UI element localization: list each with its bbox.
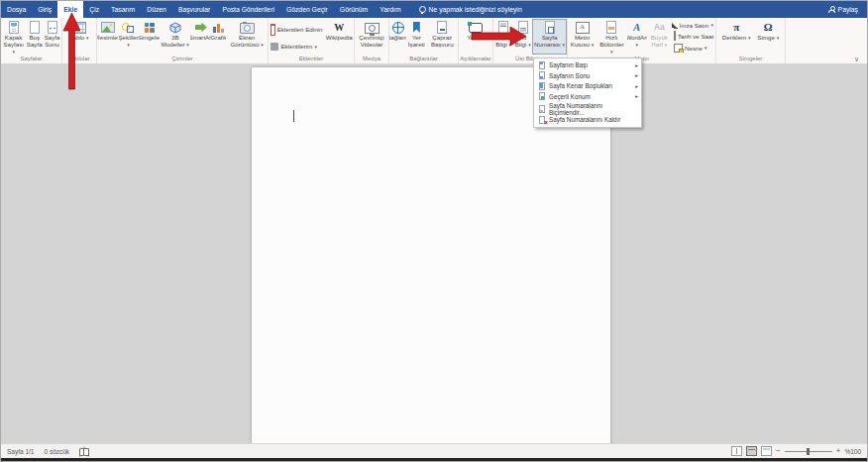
wordart-button[interactable]: A WordArt ▾	[627, 19, 647, 55]
tab-gorunum[interactable]: Görünüm	[334, 1, 374, 18]
group-sayfalar: Kapak Sayfası ▾ Boş Sayfa Sayfa Sonu Say…	[1, 18, 62, 63]
table-icon	[71, 20, 86, 35]
dropdown-caret-icon: ▾	[610, 49, 613, 55]
page-number-button[interactable]: Sayfa Numarası ▾	[532, 19, 567, 55]
group-medya: Çevrimiçi Videolar Medya	[355, 18, 389, 63]
print-layout-view-button[interactable]	[746, 446, 757, 456]
page-indicator[interactable]: Sayfa 1/1	[7, 448, 34, 455]
puzzle-icon	[271, 43, 278, 51]
menu-item-top-of-page[interactable]: Sayfanın Başı ▸	[535, 60, 640, 71]
collapse-ribbon-chevron-icon[interactable]: ∨	[854, 56, 859, 62]
tab-gozden-gecir[interactable]: Gözden Geçir	[280, 1, 334, 18]
page-break-button[interactable]: Sayfa Sonu	[43, 19, 61, 55]
page-break-icon	[48, 20, 57, 35]
comment-icon	[469, 20, 483, 35]
shapes-icon	[122, 20, 135, 35]
remove-page-numbers-icon: ×	[537, 116, 546, 124]
blank-page-button[interactable]: Boş Sayfa	[26, 19, 43, 55]
link-button[interactable]: Bağlantı	[389, 19, 406, 55]
bookmark-button[interactable]: Yer İşareti	[406, 19, 426, 55]
dropdown-caret-icon: ▾	[528, 42, 531, 48]
menu-item-page-margins[interactable]: Sayfa Kenar Boşlukları ▸	[535, 81, 640, 92]
get-addins-button[interactable]: Eklentileri Edinin	[269, 23, 324, 36]
group-label-cizimler: Çizimler	[97, 55, 268, 63]
symbol-button[interactable]: Ω Simge ▾	[756, 19, 780, 55]
blank-page-icon	[30, 20, 40, 35]
lightbulb-icon	[419, 6, 426, 13]
dropdown-caret-icon: ▾	[12, 49, 15, 55]
dropdown-caret-icon: ▾	[748, 35, 751, 41]
submenu-arrow-icon: ▸	[635, 83, 638, 89]
web-layout-view-button[interactable]	[761, 446, 772, 456]
current-position-icon	[537, 92, 546, 100]
icons-button[interactable]: Simgeler	[139, 19, 160, 55]
word-count[interactable]: 0 sözcük	[44, 448, 69, 455]
date-time-button[interactable]: Tarih ve Saat	[672, 31, 715, 41]
text-box-button[interactable]: A Metin Kutusu ▾	[568, 19, 597, 55]
3d-models-icon	[169, 20, 181, 35]
shapes-button[interactable]: Şekiller ▾	[118, 19, 139, 55]
quick-parts-icon	[606, 20, 616, 35]
signature-line-button[interactable]: İmza Satırı ▾	[672, 21, 715, 29]
menu-item-current-position[interactable]: Geçerli Konum ▸	[535, 91, 640, 102]
proofing-book-icon[interactable]	[79, 448, 89, 454]
drop-cap-icon: Aa	[654, 20, 665, 35]
tab-tasarim[interactable]: Tasarım	[105, 1, 141, 18]
group-label-aciklamalar: Açıklamalar	[459, 55, 492, 63]
share-button[interactable]: Paylaş	[828, 1, 867, 18]
table-button[interactable]: Tablo ▾	[68, 19, 89, 55]
header-button[interactable]: Üst Bilgi ▾	[493, 19, 513, 55]
online-video-button[interactable]: Çevrimiçi Videolar	[355, 19, 388, 55]
submenu-arrow-icon: ▸	[635, 62, 638, 68]
cross-reference-button[interactable]: Çapraz Başvuru	[426, 19, 458, 55]
smartart-button[interactable]: SmartArt	[190, 19, 211, 55]
page-top-icon	[537, 61, 546, 69]
cover-page-button[interactable]: Kapak Sayfası ▾	[1, 19, 26, 55]
link-globe-icon	[392, 20, 404, 35]
drop-cap-button[interactable]: Aa Büyük Harf ▾	[647, 19, 672, 55]
dropdown-caret-icon: ▾	[261, 42, 264, 48]
page-number-icon	[545, 20, 555, 35]
object-button[interactable]: Nesne ▾	[672, 44, 715, 53]
zoom-in-button[interactable]: +	[836, 447, 841, 455]
window-bottom-edge	[1, 458, 867, 461]
tab-yardim[interactable]: Yardım	[374, 1, 406, 18]
tab-duzen[interactable]: Düzen	[141, 1, 172, 18]
chart-button[interactable]: Grafik	[211, 19, 226, 55]
read-mode-view-button[interactable]	[731, 446, 742, 456]
document-area[interactable]	[1, 63, 867, 443]
object-icon	[674, 44, 683, 53]
quick-parts-button[interactable]: Hızlı Bölümler ▾	[597, 19, 627, 55]
menu-item-format-page-numbers[interactable]: Sayfa Numaralarını Biçimlendir...	[535, 104, 640, 115]
dropdown-caret-icon: ▾	[635, 42, 638, 48]
3d-models-button[interactable]: 3B Modeller ▾	[160, 19, 190, 55]
tab-posta-gonderileri[interactable]: Posta Gönderileri	[216, 1, 280, 18]
tab-ekle[interactable]: Ekle	[57, 1, 83, 18]
dropdown-caret-icon: ▾	[509, 42, 512, 48]
comment-button[interactable]: Yorum	[466, 19, 486, 55]
menu-item-bottom-of-page[interactable]: Sayfanın Sonu ▸	[535, 70, 640, 81]
wikipedia-button[interactable]: W Wikipedia	[325, 19, 354, 55]
screenshot-button[interactable]: Ekran Görüntüsü ▾	[226, 19, 268, 55]
tab-giris[interactable]: Giriş	[32, 1, 57, 18]
my-addins-button[interactable]: Eklentilerim ▾	[269, 43, 324, 51]
signature-pen-icon	[674, 21, 678, 29]
header-icon	[498, 20, 508, 35]
equation-button[interactable]: π Denklem ▾	[721, 19, 752, 55]
footer-button[interactable]: Alt Bilgi ▾	[513, 19, 532, 55]
zoom-level[interactable]: %100	[844, 448, 861, 455]
group-label-sayfalar: Sayfalar	[1, 55, 61, 63]
tab-ciz[interactable]: Çiz	[83, 1, 105, 18]
pictures-button[interactable]: Resimler	[97, 19, 118, 55]
zoom-slider-thumb[interactable]	[807, 448, 810, 455]
tell-me-search[interactable]: Ne yapmak istediğinizi söyleyin	[419, 1, 522, 18]
tab-dosya[interactable]: Dosya	[1, 1, 32, 18]
tab-basvurular[interactable]: Başvurular	[172, 1, 217, 18]
dropdown-caret-icon: ▾	[86, 35, 89, 41]
group-aciklamalar: Yorum Açıklamalar	[459, 18, 493, 63]
store-icon	[271, 25, 274, 36]
zoom-slider[interactable]	[785, 451, 832, 452]
group-eklentiler: Eklentileri Edinin Eklentilerim ▾ W Wiki…	[269, 18, 355, 63]
submenu-arrow-icon: ▸	[635, 93, 638, 99]
zoom-out-button[interactable]: −	[776, 447, 781, 455]
